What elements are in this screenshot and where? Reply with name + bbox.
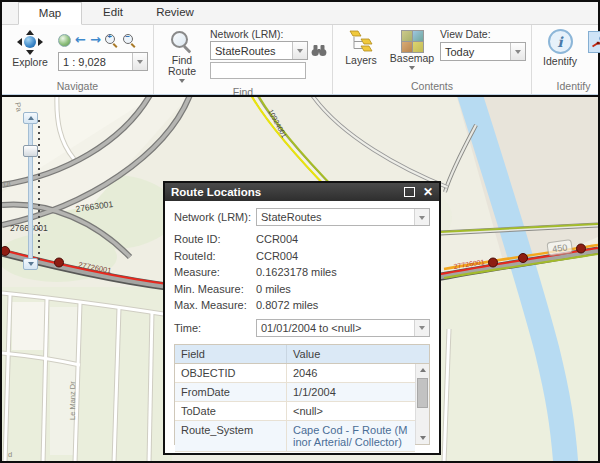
identify-route-locations-tool-button[interactable] bbox=[588, 31, 600, 53]
min-measure-value: 0 miles bbox=[256, 282, 291, 298]
binoculars-icon[interactable] bbox=[311, 44, 327, 57]
map-scale-combo[interactable]: 1 : 9,028 bbox=[58, 52, 148, 71]
basemap-button[interactable]: Basemap bbox=[389, 27, 435, 80]
street-label-le-manz-dr: Le Manz Dr bbox=[68, 381, 77, 420]
layers-label: Layers bbox=[345, 55, 377, 66]
max-measure-label: Max. Measure: bbox=[174, 298, 256, 314]
explore-button[interactable]: Explore bbox=[7, 27, 53, 80]
ribbon: Explore ← → + − bbox=[2, 25, 598, 95]
route-shield: 450 bbox=[547, 240, 573, 256]
find-route-magnifier-icon bbox=[170, 30, 194, 54]
dialog-body: Network (LRM): StateRoutes Route ID: CCR… bbox=[165, 201, 439, 453]
table-row: Route_System Cape Cod - F Route (Minor A… bbox=[175, 421, 415, 452]
maximize-icon[interactable] bbox=[404, 187, 415, 197]
group-find: Find Route Network (LRM): StateRoutes bbox=[154, 25, 333, 94]
view-date-label: View Date: bbox=[440, 28, 526, 40]
slider-handle[interactable] bbox=[23, 145, 38, 157]
table-header-row: Field Value bbox=[175, 345, 429, 364]
tab-edit[interactable]: Edit bbox=[82, 2, 144, 24]
time-value: 01/01/2004 to <null> bbox=[257, 322, 414, 334]
identify-route-icon bbox=[592, 35, 600, 49]
identify-label: Identify bbox=[543, 56, 577, 67]
network-lrm-label: Network (LRM): bbox=[210, 28, 327, 40]
full-extent-globe-icon[interactable] bbox=[58, 34, 71, 47]
identify-button[interactable]: i Identify bbox=[537, 27, 583, 80]
find-route-button[interactable]: Find Route bbox=[159, 27, 205, 86]
max-measure-value: 0.8072 miles bbox=[256, 298, 318, 314]
dialog-network-label: Network (LRM): bbox=[174, 211, 256, 223]
route-locations-dialog: Route Locations ✕ Network (LRM): StateRo… bbox=[163, 181, 441, 455]
slider-track[interactable] bbox=[28, 123, 33, 259]
view-date-value: Today bbox=[441, 46, 510, 58]
network-lrm-value: StateRoutes bbox=[211, 45, 292, 57]
dialog-title: Route Locations bbox=[171, 186, 261, 198]
cell-todate: ToDate bbox=[175, 402, 287, 420]
time-label: Time: bbox=[174, 322, 256, 334]
cell-route-system-value: Cape Cod - F Route (Minor Arterial/ Coll… bbox=[287, 421, 415, 451]
close-icon[interactable]: ✕ bbox=[423, 187, 433, 197]
identify-i-glyph: i bbox=[557, 34, 562, 50]
network-lrm-combo[interactable]: StateRoutes bbox=[210, 41, 308, 60]
cell-todate-value: <null> bbox=[287, 402, 415, 420]
group-label-navigate: Navigate bbox=[2, 80, 153, 94]
scrollbar-thumb[interactable] bbox=[417, 378, 428, 408]
table-row: OBJECTID 2046 bbox=[175, 364, 415, 383]
time-combo[interactable]: 01/01/2004 to <null> bbox=[256, 319, 430, 337]
view-date-dropdown-arrow[interactable] bbox=[510, 43, 525, 60]
route-search-input[interactable] bbox=[210, 62, 306, 79]
table-row: ToDate <null> bbox=[175, 402, 415, 421]
zoom-in-plus: + bbox=[107, 32, 112, 41]
min-measure-label: Min. Measure: bbox=[174, 282, 256, 298]
street-label-d: d bbox=[8, 450, 12, 459]
slider-zoom-out-button[interactable] bbox=[23, 258, 38, 270]
routeid-label: RouteId: bbox=[174, 249, 256, 265]
layers-button[interactable]: Layers bbox=[338, 27, 384, 80]
dialog-titlebar[interactable]: Route Locations ✕ bbox=[165, 183, 439, 201]
next-extent-icon[interactable]: → bbox=[90, 33, 101, 47]
cell-objectid: OBJECTID bbox=[175, 364, 287, 382]
attributes-table: Field Value OBJECTID 2046 FromDate 1/1/2… bbox=[174, 344, 430, 446]
cell-objectid-value: 2046 bbox=[287, 364, 415, 382]
find-route-dropdown-arrow[interactable] bbox=[179, 79, 185, 86]
field-column-header: Field bbox=[175, 345, 287, 363]
scale-dropdown-arrow[interactable] bbox=[132, 53, 147, 70]
cell-fromdate: FromDate bbox=[175, 383, 287, 401]
identify-icon: i bbox=[548, 29, 573, 54]
route-id-value: CCR004 bbox=[256, 232, 298, 248]
explore-icon bbox=[17, 30, 43, 55]
layers-icon bbox=[349, 30, 373, 54]
route-shield-label: 450 bbox=[552, 242, 568, 254]
basemap-dropdown-arrow[interactable] bbox=[409, 66, 415, 73]
find-route-label: Find Route bbox=[166, 55, 198, 77]
route-id-label: Route ID: bbox=[174, 232, 256, 248]
ribbon-tabs: Map Edit Review bbox=[2, 2, 598, 25]
table-scrollbar[interactable] bbox=[415, 364, 429, 445]
network-dropdown-arrow[interactable] bbox=[292, 42, 307, 59]
value-column-header: Value bbox=[287, 345, 429, 363]
dialog-network-combo[interactable]: StateRoutes bbox=[256, 208, 430, 226]
slider-tick-marks bbox=[38, 120, 40, 260]
dialog-network-dropdown-arrow[interactable] bbox=[414, 209, 429, 225]
basemap-icon bbox=[401, 30, 423, 52]
explore-label: Explore bbox=[12, 57, 48, 68]
scrollbar-down-arrow[interactable] bbox=[416, 432, 429, 443]
measure-value: 0.1623178 miles bbox=[256, 265, 337, 281]
time-dropdown-arrow[interactable] bbox=[414, 320, 429, 336]
basemap-label: Basemap bbox=[390, 53, 434, 64]
tab-review[interactable]: Review bbox=[144, 2, 206, 24]
group-identify: i Identify Identify bbox=[532, 25, 600, 94]
map-canvas[interactable]: 450 27663001 27663001 27726001 27726001 … bbox=[2, 95, 598, 461]
view-date-combo[interactable]: Today bbox=[440, 42, 526, 61]
previous-extent-icon[interactable]: ← bbox=[75, 33, 86, 47]
scrollbar-up-arrow[interactable] bbox=[416, 365, 429, 376]
table-rows: OBJECTID 2046 FromDate 1/1/2004 ToDate <… bbox=[175, 364, 415, 445]
group-contents: Layers Basemap View Date: Today bbox=[333, 25, 532, 94]
app-window: Map Edit Review Explore ← bbox=[0, 0, 600, 463]
cell-route-system: Route_System bbox=[175, 421, 287, 451]
group-label-identify: Identify bbox=[532, 80, 600, 94]
measure-label: Measure: bbox=[174, 265, 256, 281]
zoom-out-icon[interactable]: − bbox=[123, 33, 137, 47]
zoom-slider[interactable] bbox=[23, 112, 40, 272]
zoom-in-icon[interactable]: + bbox=[105, 33, 119, 47]
tab-map[interactable]: Map bbox=[18, 2, 82, 25]
